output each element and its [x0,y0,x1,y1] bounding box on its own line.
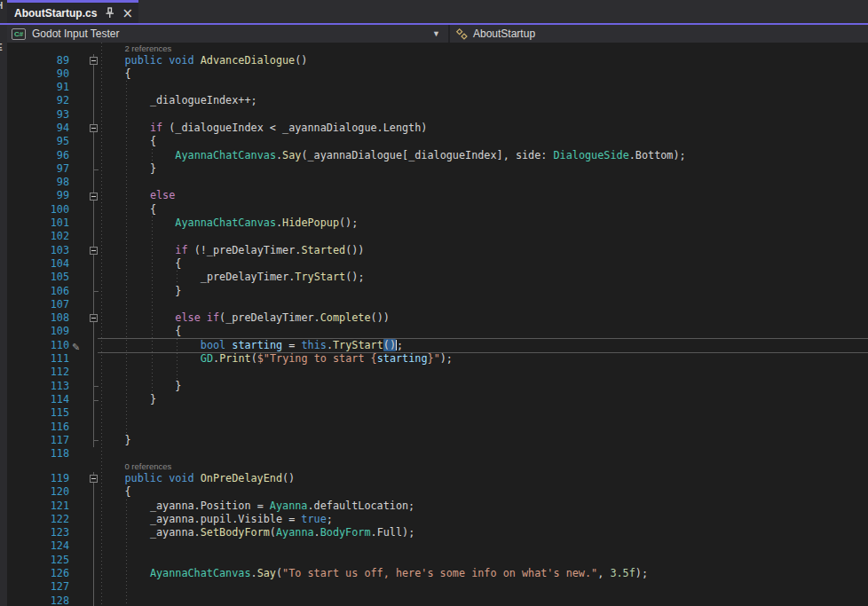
code-line[interactable]: 103if (!_preDelayTimer.Started()) [7,244,868,257]
codelens-row[interactable]: 0 references [7,460,868,472]
code-line[interactable]: 92_dialogueIndex++; [7,94,868,107]
line-number[interactable]: 106 [7,285,69,298]
codelens-references-link[interactable]: 0 references [99,461,171,472]
line-number[interactable]: 110 [7,339,69,352]
line-number[interactable]: 102 [7,230,69,243]
line-number[interactable]: 112 [7,366,69,379]
code-line[interactable]: 127 [7,580,868,594]
line-number[interactable]: 108 [7,311,69,325]
code-line[interactable]: 102 [7,230,868,243]
code-line[interactable]: 95{ [7,135,868,148]
code-line[interactable]: 101AyannaChatCanvas.HidePopup(); [7,216,868,230]
code-line[interactable]: 93 [7,108,868,122]
code-line[interactable]: 94if (_dialogueIndex < _ayannaDialogue.L… [7,122,868,135]
fold-collapse-toggle[interactable] [90,124,98,132]
code-line[interactable]: 114} [7,393,868,406]
line-number[interactable]: 124 [7,539,69,553]
code-line[interactable]: 110✎bool starting = this.TryStart(); [7,339,868,352]
line-number[interactable]: 113 [7,380,69,393]
fold-collapse-toggle[interactable] [90,57,98,65]
line-number[interactable]: 114 [7,393,69,406]
line-number[interactable]: 103 [7,244,69,257]
line-number[interactable]: 98 [7,176,69,189]
fold-collapse-toggle[interactable] [90,475,98,483]
code-line[interactable]: 124 [7,539,868,553]
code-line[interactable]: 105_preDelayTimer.TryStart(); [7,271,868,284]
type-dropdown[interactable]: AboutStartup [450,25,868,43]
line-number[interactable]: 127 [7,580,69,594]
code-line[interactable]: 125 [7,554,868,567]
code-line[interactable]: 126AyannaChatCanvas.Say("To start us off… [7,567,868,580]
code-line[interactable]: 107 [7,298,868,311]
code-line[interactable]: 100{ [7,203,868,216]
line-number[interactable]: 96 [7,149,69,162]
line-number[interactable]: 123 [7,526,69,539]
code-line[interactable]: 99else [7,189,868,202]
fold-margin [87,81,99,94]
line-number[interactable]: 107 [7,298,69,311]
line-number[interactable]: 93 [7,108,69,122]
codelens-references-link[interactable]: 2 references [99,43,171,54]
line-number[interactable]: 121 [7,500,69,513]
code-line[interactable]: 120{ [7,485,868,499]
code-line[interactable]: 96AyannaChatCanvas.Say(_ayannaDialogue[_… [7,149,868,162]
code-line[interactable]: 106} [7,285,868,298]
line-number[interactable]: 99 [7,189,69,202]
code-line[interactable]: 111GD.Print($"Trying to start {starting}… [7,352,868,366]
chevron-down-icon[interactable]: ▼ [432,29,448,38]
fold-collapse-toggle[interactable] [90,247,98,255]
line-number[interactable]: 122 [7,513,69,526]
line-number[interactable]: 100 [7,203,69,216]
line-number[interactable]: 115 [7,406,69,420]
code-line[interactable]: 123_ayanna.SetBodyForm(Ayanna.BodyForm.F… [7,526,868,539]
line-number[interactable] [7,43,69,54]
line-number[interactable]: 126 [7,567,69,580]
line-number[interactable]: 117 [7,434,69,447]
project-dropdown[interactable]: C# Godot Input Tester ▼ [7,25,448,43]
line-number[interactable]: 101 [7,216,69,230]
line-number[interactable]: 119 [7,472,69,485]
line-number[interactable]: 128 [7,594,69,606]
line-number[interactable]: 97 [7,162,69,176]
line-number[interactable]: 111 [7,352,69,366]
code-line[interactable]: 91 [7,81,868,94]
code-line[interactable]: 128 [7,594,868,606]
line-number[interactable]: 92 [7,94,69,107]
code-line[interactable]: 115 [7,406,868,420]
line-number[interactable] [7,460,69,472]
tab-aboutstartup[interactable]: AboutStartup.cs × [7,0,138,23]
close-icon[interactable]: × [122,6,133,20]
code-line[interactable]: 113} [7,380,868,393]
line-number[interactable]: 94 [7,122,69,135]
line-number[interactable]: 120 [7,485,69,499]
code-line[interactable]: 97} [7,162,868,176]
line-number[interactable]: 91 [7,81,69,94]
code-line[interactable]: 90{ [7,67,868,81]
line-number[interactable]: 105 [7,271,69,284]
code-line[interactable]: 117} [7,434,868,447]
line-number[interactable]: 109 [7,325,69,338]
code-line[interactable]: 119public void OnPreDelayEnd() [7,472,868,485]
line-number[interactable]: 116 [7,421,69,434]
code-line[interactable]: 118 [7,447,868,460]
line-number[interactable]: 89 [7,54,69,67]
code-line[interactable]: 98 [7,176,868,189]
line-number[interactable]: 125 [7,554,69,567]
codelens-row[interactable]: 2 references [7,43,868,54]
code-line[interactable]: 122_ayanna.pupil.Visible = true; [7,513,868,526]
line-number[interactable]: 95 [7,135,69,148]
code-line[interactable]: 89public void AdvanceDialogue() [7,54,868,67]
code-line[interactable]: 112 [7,366,868,379]
line-number[interactable]: 90 [7,67,69,81]
code-line[interactable]: 108else if(_preDelayTimer.Complete()) [7,311,868,325]
fold-collapse-toggle[interactable] [90,193,98,201]
fold-collapse-toggle[interactable] [90,314,98,322]
code-line[interactable]: 109{ [7,325,868,338]
pin-icon[interactable] [104,6,114,20]
code-line[interactable]: 116 [7,421,868,434]
line-number[interactable]: 118 [7,447,69,460]
code-line[interactable]: 121_ayanna.Position = Ayanna.defaultLoca… [7,500,868,513]
code-line[interactable]: 104{ [7,257,868,271]
line-number[interactable]: 104 [7,257,69,271]
code-editor[interactable]: 2 references89public void AdvanceDialogu… [7,43,868,606]
